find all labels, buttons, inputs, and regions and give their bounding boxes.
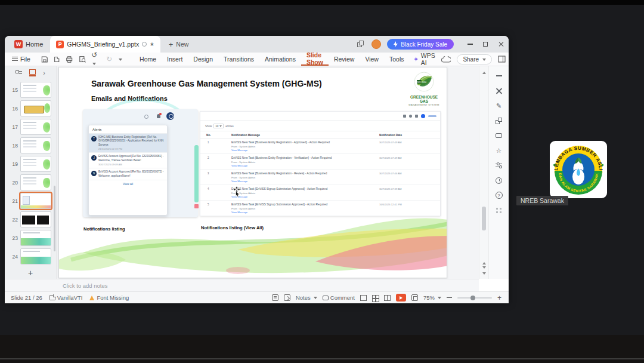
wps-ai-button[interactable]: WPS AI	[409, 52, 441, 66]
screen: W Home P GHGMS_Briefing_v1.pptx ∗ + New …	[0, 0, 644, 363]
thumbnail-preview[interactable]	[20, 174, 51, 190]
scrollbar-thumb[interactable]	[482, 207, 486, 230]
slide-thumbnail-15[interactable]: 15	[5, 81, 56, 99]
slide-thumbnail-18[interactable]: 18	[5, 136, 56, 155]
redo-button[interactable]: ↻	[106, 55, 112, 63]
slide-thumbnail-17[interactable]: 17	[5, 118, 56, 136]
previous-slide-icon[interactable]	[482, 260, 486, 264]
slide-thumbnail-23[interactable]: 23	[5, 229, 56, 247]
thumbnail-preview[interactable]	[20, 100, 51, 116]
scroll-up-icon[interactable]	[482, 70, 486, 74]
collapse-pane-icon[interactable]	[494, 71, 504, 81]
normal-view-icon[interactable]	[360, 295, 367, 301]
view-message-link[interactable]: View Message	[231, 149, 247, 152]
thumbnail-preview[interactable]	[20, 119, 51, 135]
thumbnail-preview[interactable]	[20, 137, 51, 153]
zoom-slider[interactable]	[457, 297, 492, 299]
menu-transitions[interactable]: Transitions	[218, 53, 259, 66]
menu-animations[interactable]: Animations	[259, 53, 301, 66]
font-missing-warning[interactable]: Font Missing	[89, 294, 129, 301]
save-icon[interactable]	[41, 56, 48, 63]
zoom-out-button[interactable]	[447, 297, 452, 299]
shapes-icon[interactable]	[494, 116, 504, 125]
tools-icon[interactable]	[494, 86, 504, 96]
workspace-switch-icon[interactable]	[357, 41, 364, 48]
slide-thumbnail-16[interactable]: 16	[5, 99, 56, 118]
menu-insert[interactable]: Insert	[162, 53, 188, 66]
slide-thumbnail-21[interactable]: 21	[5, 192, 56, 210]
file-menu-button[interactable]: File	[5, 56, 36, 63]
row-date: 30/7/2025 07:49 AM	[379, 156, 402, 159]
quick-access-more-icon[interactable]	[119, 59, 122, 63]
apps-grid-icon[interactable]	[494, 205, 504, 215]
minimize-button[interactable]	[462, 36, 478, 53]
sidebar-toggle-icon[interactable]	[498, 56, 506, 63]
slide-thumbnail-20[interactable]: 20	[5, 173, 56, 192]
zoom-slider-knob[interactable]	[470, 296, 475, 300]
thumbnail-preview[interactable]	[20, 156, 51, 172]
slide-thumbnail-22[interactable]: 22	[5, 210, 56, 229]
reading-view-icon[interactable]	[384, 295, 391, 301]
export-icon[interactable]	[53, 56, 60, 63]
tab-home[interactable]: W Home	[7, 36, 50, 53]
slideshow-play-button[interactable]	[396, 294, 406, 302]
menu-home[interactable]: Home	[134, 53, 162, 66]
history-icon[interactable]	[494, 176, 504, 185]
share-button[interactable]: Share	[457, 54, 492, 64]
settings-sliders-icon[interactable]	[494, 161, 504, 170]
thumbnail-scrollbar[interactable]	[54, 186, 55, 251]
alert-item[interactable]: T[GHG-MS] Business Entity Registration […	[89, 134, 167, 153]
account-avatar[interactable]	[371, 39, 381, 49]
notifications-icon	[415, 115, 418, 118]
editor-scrollbar[interactable]	[479, 66, 488, 279]
menu-design[interactable]: Design	[188, 53, 218, 66]
menu-review[interactable]: Review	[329, 53, 360, 66]
menu-tools[interactable]: Tools	[384, 53, 410, 66]
next-slide-icon[interactable]	[482, 266, 486, 270]
zoom-level[interactable]: 75%	[423, 294, 441, 301]
tab-document[interactable]: P GHGMS_Briefing_v1.pptx ∗	[50, 36, 160, 53]
notes-area[interactable]: Click to add notes	[5, 279, 479, 291]
notes-toggle[interactable]: Notes	[296, 294, 317, 301]
collapse-panel-icon[interactable]: ›	[43, 69, 45, 76]
help-icon[interactable]: ?	[494, 190, 504, 200]
thumbnail-preview[interactable]	[20, 193, 51, 209]
add-slide-button[interactable]: +	[5, 268, 56, 278]
menu-view[interactable]: View	[360, 53, 384, 66]
new-tab-button[interactable]: + New	[169, 41, 189, 48]
close-button[interactable]	[493, 36, 509, 53]
alert-item[interactable]: JEnViSS Account Approved [Ref No. ES/202…	[89, 153, 167, 168]
menu-slide-show[interactable]: Slide Show	[301, 53, 329, 66]
slide-thumbnail-19[interactable]: 19	[5, 155, 56, 173]
comment-button[interactable]: Comment	[323, 294, 355, 301]
thumbnail-preview[interactable]	[20, 82, 51, 98]
favorites-icon[interactable]: ☆	[494, 146, 504, 155]
edit-style-icon[interactable]: ✎	[494, 101, 504, 110]
plus-icon: +	[169, 41, 174, 48]
slide-canvas[interactable]: Sarawak Greenhouse Gas Management System…	[58, 67, 447, 278]
view-message-link[interactable]: View Message	[231, 164, 247, 167]
undo-button[interactable]: ↺	[91, 51, 101, 67]
sync-status-icon	[142, 42, 147, 47]
print-preview-icon[interactable]	[79, 56, 86, 63]
theme-indicator[interactable]: VanillaVTI	[49, 294, 83, 301]
black-friday-sale-button[interactable]: Black Friday Sale	[387, 39, 454, 50]
slide-view-icon[interactable]	[29, 69, 36, 76]
comment-pane-icon[interactable]	[494, 131, 504, 140]
slide-sorter-icon[interactable]	[372, 295, 379, 301]
thumbnail-preview[interactable]	[20, 248, 51, 264]
handout-icon[interactable]	[284, 294, 290, 301]
thumbnail-preview[interactable]	[20, 211, 51, 227]
thumbnail-preview[interactable]	[20, 230, 51, 246]
outline-view-icon[interactable]	[16, 70, 22, 76]
scroll-down-icon[interactable]	[482, 272, 486, 276]
zoom-in-button[interactable]: +	[497, 294, 501, 302]
print-icon[interactable]	[66, 56, 73, 63]
fullscreen-icon[interactable]	[411, 294, 418, 301]
slide-thumbnail-24[interactable]: 24	[5, 247, 56, 266]
cloud-sync-icon[interactable]	[441, 56, 451, 63]
maximize-button[interactable]	[478, 36, 493, 53]
info-icon	[144, 115, 148, 119]
task-pane-icon[interactable]	[272, 294, 278, 301]
alert-item[interactable]: NEnViSS Account Approved [Ref No. ES/202…	[89, 168, 167, 180]
